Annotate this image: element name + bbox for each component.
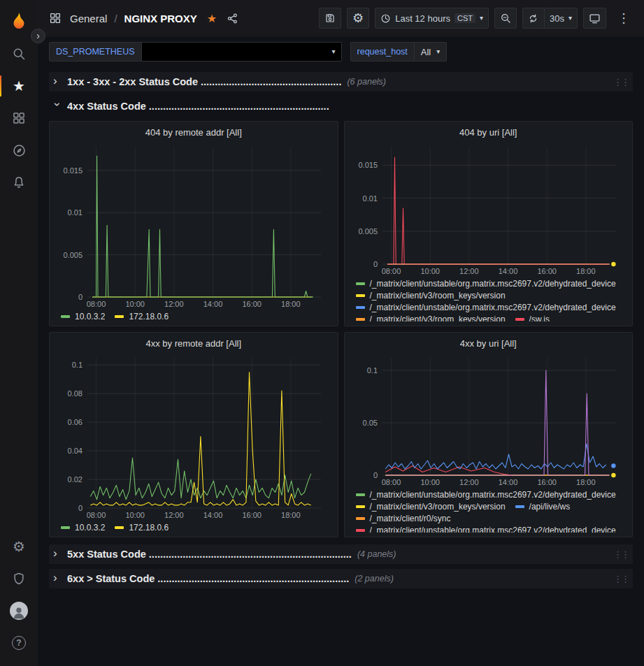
svg-text:14:00: 14:00 xyxy=(203,300,223,308)
svg-text:0.04: 0.04 xyxy=(68,447,83,455)
legend-item[interactable]: /_matrix/client/unstable/org.matrix.msc2… xyxy=(356,279,616,289)
sidebar-item-starred[interactable]: ★ xyxy=(0,70,38,102)
svg-text:0.015: 0.015 xyxy=(358,161,378,169)
panel-title[interactable]: 4xx by remote addr [All] xyxy=(55,335,332,352)
panel-legend: 10.0.3.2172.18.0.6 xyxy=(55,310,332,321)
drag-handle-icon[interactable]: ⋮⋮ xyxy=(613,574,629,584)
svg-text:0: 0 xyxy=(373,260,377,268)
row-title: 6xx > Status Code ......................… xyxy=(67,573,349,584)
variable-label: request_host xyxy=(350,42,415,61)
row-4xx-status-code[interactable]: › 4xx Status Code ......................… xyxy=(49,96,633,116)
panel-title[interactable]: 404 by remote addr [All] xyxy=(55,124,332,141)
legend-item[interactable]: /_matrix/client/unstable/org.matrix.msc2… xyxy=(356,526,616,533)
refresh-button[interactable] xyxy=(522,8,545,29)
panel-chart[interactable]: 08:0010:0012:0014:0016:0018:0000.050.1 xyxy=(350,352,627,488)
svg-text:18:00: 18:00 xyxy=(281,511,301,519)
sidebar-item-search[interactable] xyxy=(0,38,38,70)
refresh-group: 30s ▾ xyxy=(522,8,578,29)
sidebar-expand-button[interactable]: › xyxy=(31,29,45,43)
search-icon xyxy=(12,47,26,61)
star-icon: ★ xyxy=(13,79,25,93)
sidebar-item-dashboards[interactable] xyxy=(0,102,38,134)
legend-item[interactable]: /_matrix/client/r0/sync xyxy=(356,514,451,523)
legend-color-marker xyxy=(61,315,70,318)
legend-item[interactable]: /api/live/ws xyxy=(515,502,571,512)
legend-item[interactable]: /_matrix/client/unstable/org.matrix.msc2… xyxy=(356,490,616,500)
chevron-right-icon: › xyxy=(36,31,40,41)
kebab-menu-button[interactable]: ⋮ xyxy=(612,8,636,29)
sidebar-item-profile[interactable] xyxy=(0,595,38,627)
panel-chart[interactable]: 08:0010:0012:0014:0016:0018:0000.020.040… xyxy=(55,352,332,521)
legend-label: /sw.js xyxy=(529,314,550,321)
legend-color-marker xyxy=(356,318,365,321)
dashboard-header: General / NGINX PROXY ★ ⚙ Last xyxy=(38,0,644,36)
svg-text:14:00: 14:00 xyxy=(498,478,517,486)
legend-color-marker xyxy=(515,505,524,508)
panel-chart[interactable]: 08:0010:0012:0014:0016:0018:0000.0050.01… xyxy=(55,141,332,310)
sidebar-item-explore[interactable] xyxy=(0,134,38,166)
svg-text:0.1: 0.1 xyxy=(72,361,83,369)
legend-label: /api/live/ws xyxy=(529,502,571,512)
refresh-interval-dropdown[interactable]: 30s ▾ xyxy=(545,8,578,29)
legend-item[interactable]: 10.0.3.2 xyxy=(61,523,105,533)
row-panel-count: (4 panels) xyxy=(357,549,396,559)
compass-icon xyxy=(12,143,27,158)
svg-text:0.08: 0.08 xyxy=(68,389,83,398)
svg-text:10:00: 10:00 xyxy=(125,300,145,308)
time-range-picker[interactable]: Last 12 hours CST ▾ xyxy=(375,8,489,29)
request-host-select[interactable]: All ▾ xyxy=(415,42,447,61)
legend-item[interactable]: 172.18.0.6 xyxy=(115,523,169,533)
sidebar-item-alerting[interactable] xyxy=(0,166,38,198)
panel-chart[interactable]: 08:0010:0012:0014:0016:0018:0000.0050.01… xyxy=(350,141,627,277)
drag-handle-icon[interactable]: ⋮⋮ xyxy=(613,77,629,87)
panel-legend: 10.0.3.2172.18.0.6 xyxy=(55,521,332,533)
svg-text:08:00: 08:00 xyxy=(381,267,401,275)
sidebar-item-help[interactable]: ? xyxy=(0,627,38,659)
help-icon: ? xyxy=(12,636,26,650)
legend-item[interactable]: 10.0.3.2 xyxy=(61,312,105,321)
svg-text:14:00: 14:00 xyxy=(203,511,223,519)
dashboard-content: › 1xx - 3xx - 2xx Status Code ..........… xyxy=(38,66,644,666)
caret-down-icon: ▾ xyxy=(480,15,483,22)
header-toolbar: ⚙ Last 12 hours CST ▾ xyxy=(319,8,636,29)
favorite-star-icon[interactable]: ★ xyxy=(207,12,217,25)
svg-text:12:00: 12:00 xyxy=(164,511,184,519)
row-title: 4xx Status Code ........................… xyxy=(67,101,329,112)
legend-label: /_matrix/client/unstable/org.matrix.msc2… xyxy=(370,303,616,312)
panel-title[interactable]: 404 by uri [All] xyxy=(350,124,627,141)
row-5xx-status-code[interactable]: › 5xx Status Code ......................… xyxy=(49,544,633,564)
row-1xx-3xx-2xx-status-code[interactable]: › 1xx - 3xx - 2xx Status Code ..........… xyxy=(49,72,633,92)
panel-title[interactable]: 4xx by uri [All] xyxy=(350,335,627,352)
tv-mode-button[interactable] xyxy=(583,8,606,29)
legend-label: /_matrix/client/v3/room_keys/version xyxy=(370,291,506,301)
apps-grid-icon[interactable] xyxy=(49,12,62,24)
drag-handle-icon[interactable]: ⋮⋮ xyxy=(613,549,629,560)
datasource-select[interactable]: ▾ xyxy=(142,42,342,61)
sidebar-item-configuration[interactable]: ⚙ xyxy=(0,530,38,563)
row-6xx-status-code[interactable]: › 6xx > Status Code ....................… xyxy=(49,569,633,588)
dashboard-title[interactable]: NGINX PROXY xyxy=(124,13,197,24)
legend-item[interactable]: /sw.js xyxy=(515,314,550,321)
question-glyph: ? xyxy=(16,638,21,648)
legend-item[interactable]: 172.18.0.6 xyxy=(115,312,169,321)
panel-404-by-remote-addr: 404 by remote addr [All] 08:0010:0012:00… xyxy=(49,121,338,326)
variable-label: DS_PROMETHEUS xyxy=(49,42,142,61)
legend-item[interactable]: /_matrix/client/v3/room_keys/version xyxy=(356,291,506,301)
main-area: General / NGINX PROXY ★ ⚙ Last xyxy=(38,0,644,666)
svg-text:0.05: 0.05 xyxy=(362,419,377,427)
save-dashboard-button[interactable] xyxy=(319,8,341,29)
panel-4xx-by-remote-addr: 4xx by remote addr [All] 08:0010:0012:00… xyxy=(49,332,338,537)
legend-color-marker xyxy=(356,529,365,532)
dashboard-settings-button[interactable]: ⚙ xyxy=(347,8,369,29)
legend-item[interactable]: /_matrix/client/v3/room_keys/version xyxy=(356,502,506,512)
sidebar-item-server-admin[interactable] xyxy=(0,563,38,595)
legend-item[interactable]: /_matrix/client/unstable/org.matrix.msc2… xyxy=(356,303,616,312)
share-icon[interactable] xyxy=(227,13,238,24)
legend-item[interactable]: /_matrix/client/v3/room_keys/version xyxy=(356,314,506,321)
caret-down-icon: ▾ xyxy=(332,48,336,55)
breadcrumb-folder[interactable]: General xyxy=(70,13,107,24)
zoom-out-button[interactable] xyxy=(494,8,517,29)
svg-text:12:00: 12:00 xyxy=(164,300,184,308)
variables-bar: DS_PROMETHEUS ▾ request_host All ▾ xyxy=(38,36,644,66)
row-title: 1xx - 3xx - 2xx Status Code ............… xyxy=(67,76,341,87)
